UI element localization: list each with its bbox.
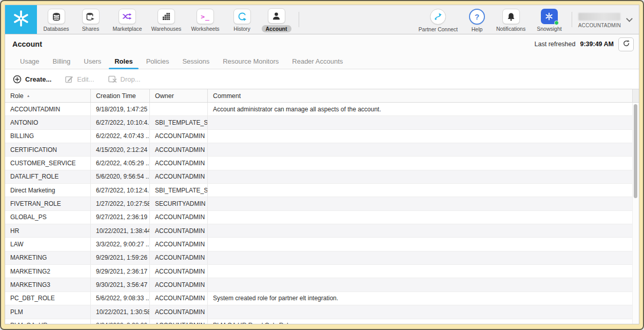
role-cell: PC_DBT_ROLE (5, 292, 91, 305)
owner-cell: ACCOUNTADMIN (150, 278, 208, 291)
creation-time-cell: 2/24/2022, 3:38:20... (91, 319, 150, 324)
tab-usage[interactable]: Usage (13, 54, 46, 69)
table-row-plm-qa-hr[interactable]: PLM_QA_HR2/24/2022, 3:38:20...ACCOUNTADM… (5, 319, 639, 324)
nav-item-marketplace[interactable]: Marketplace (108, 7, 147, 32)
table-row-datalift-role[interactable]: DATALIFT_ROLE5/6/2020, 9:56:54 ...ACCOUN… (5, 170, 639, 184)
comment-cell (208, 251, 639, 264)
tab-users[interactable]: Users (77, 54, 108, 69)
role-cell: MARKETING (5, 251, 91, 264)
creation-time-cell: 6/27/2022, 10:12:4... (91, 184, 150, 197)
table-row-antonio[interactable]: ANTONIO6/27/2022, 10:10:4...SBI_TEMPLATE… (5, 116, 639, 129)
table-row-fivetran-role[interactable]: FIVETRAN_ROLE1/27/2022, 10:27:58...SECUR… (5, 197, 639, 210)
create-icon (13, 75, 22, 84)
column-header-role[interactable]: Role▲ (5, 89, 91, 102)
table-row-billing[interactable]: BILLING6/2/2022, 4:07:43 ...ACCOUNTADMIN (5, 130, 639, 143)
column-header-label: Owner (155, 92, 174, 100)
table-row-hr[interactable]: HR10/22/2021, 1:38:44...ACCOUNTADMIN (5, 224, 639, 238)
nav-item-label: Worksheets (191, 26, 219, 32)
tab-roles[interactable]: Roles (108, 54, 139, 69)
column-header-owner[interactable]: Owner (150, 89, 208, 102)
nav-item-warehouses[interactable]: Warehouses (147, 7, 186, 32)
nav-item-account[interactable]: Account (259, 7, 294, 32)
role-cell: HR (5, 224, 91, 237)
table-row-marketing[interactable]: MARKETING9/29/2021, 1:59:26 ...ACCOUNTAD… (5, 251, 639, 265)
table-row-customer-service[interactable]: CUSTOMER_SERVICE6/2/2022, 4:05:29 ...ACC… (5, 157, 639, 170)
owner-cell: ACCOUNTADMIN (150, 238, 208, 250)
creation-time-cell: 6/27/2022, 10:10:4... (91, 116, 150, 129)
owner-cell: ACCOUNTADMIN (150, 224, 208, 237)
nav-item-label: History (233, 26, 250, 32)
creation-time-cell: 10/22/2021, 1:38:44... (91, 224, 150, 237)
role-cell: LAW (5, 238, 91, 250)
table-body: ACCOUNTADMIN9/18/2019, 1:47:25 ...Accoun… (5, 103, 639, 324)
table-row-certification[interactable]: CERTIFICATION4/15/2020, 2:12:24 ...ACCOU… (5, 143, 639, 157)
comment-cell (208, 116, 639, 129)
tab-billing[interactable]: Billing (46, 54, 77, 69)
chevron-down-icon[interactable] (626, 15, 633, 22)
tab-policies[interactable]: Policies (140, 54, 176, 69)
nav-item-label: Account (262, 25, 291, 32)
nav-item-notifications[interactable]: Notifications (491, 7, 531, 32)
nav-item-worksheets[interactable]: >_Worksheets (186, 7, 225, 32)
nav-divider (299, 12, 299, 27)
creation-time-cell: 9/27/2021, 2:36:19 ... (91, 211, 150, 224)
role-cell: ACCOUNTADMIN (5, 103, 91, 115)
user-menu[interactable]: ACCOUNTADMIN (578, 11, 621, 28)
creation-time-cell: 6/2/2022, 4:07:43 ... (91, 130, 150, 143)
marketplace-icon (119, 9, 136, 24)
column-header-creation-time[interactable]: Creation Time (91, 89, 150, 102)
column-header-comment[interactable]: Comment (208, 89, 632, 102)
table-row-direct-marketing[interactable]: Direct Marketing6/27/2022, 10:12:4...SBI… (5, 184, 639, 197)
last-refreshed-time: 9:39:49 AM (580, 41, 614, 48)
help-icon: ? (469, 9, 485, 25)
table-row-marketing2[interactable]: MARKETING29/29/2021, 2:36:17 ...ACCOUNTA… (5, 265, 639, 278)
tab-sessions[interactable]: Sessions (175, 54, 216, 69)
creation-time-cell: 9/30/2021, 3:56:47 ... (91, 278, 150, 291)
table-row-marketing3[interactable]: MARKETING39/30/2021, 3:56:47 ...ACCOUNTA… (5, 278, 639, 292)
page-title: Account (12, 40, 42, 48)
nav-item-history[interactable]: History (225, 7, 259, 32)
edit-button: Edit... (65, 75, 94, 83)
comment-cell (208, 130, 639, 143)
nav-item-snowsight[interactable]: Snowsight (531, 7, 567, 32)
table-row-plm[interactable]: PLM10/22/2021, 1:30:58...ACCOUNTADMIN (5, 305, 639, 319)
scrollbar-header-corner (632, 89, 639, 102)
creation-time-cell: 5/6/2022, 9:08:33 ... (91, 292, 150, 305)
table-header-row: Role▲Creation TimeOwnerComment (5, 89, 639, 103)
role-cell: MARKETING3 (5, 278, 91, 291)
table-row-accountadmin[interactable]: ACCOUNTADMIN9/18/2019, 1:47:25 ...Accoun… (5, 103, 639, 116)
nav-item-label: Marketplace (112, 26, 142, 32)
tab-reader-accounts[interactable]: Reader Accounts (285, 54, 349, 69)
refresh-button[interactable] (618, 37, 634, 51)
nav-item-databases[interactable]: Databases (39, 7, 73, 32)
snowsight-icon (541, 9, 558, 24)
user-section-divider (572, 12, 572, 27)
tab-resource-monitors[interactable]: Resource Monitors (216, 54, 285, 69)
create-button[interactable]: Create... (13, 75, 51, 84)
owner-cell: ACCOUNTADMIN (150, 319, 208, 324)
refresh-icon (622, 40, 630, 49)
owner-cell: ACCOUNTADMIN (150, 265, 208, 278)
notifications-icon (502, 9, 520, 24)
nav-item-label: Notifications (496, 26, 525, 32)
nav-item-label: Help (472, 26, 483, 32)
owner-cell: ACCOUNTADMIN (150, 292, 208, 305)
table-row-pc-dbt-role[interactable]: PC_DBT_ROLE5/6/2022, 9:08:33 ...ACCOUNTA… (5, 292, 639, 305)
top-navigation-bar: DatabasesSharesMarketplaceWarehouses>_Wo… (5, 5, 639, 34)
snowflake-logo[interactable] (5, 5, 37, 34)
nav-item-help[interactable]: ?Help (463, 7, 491, 32)
nav-item-partner-connect[interactable]: Partner Connect (413, 7, 463, 32)
comment-cell (208, 224, 639, 237)
table-row-law[interactable]: LAW3/3/2022, 9:00:27 ...ACCOUNTADMIN (5, 238, 639, 251)
toolbar-button-label: Drop... (121, 75, 141, 83)
table-row-global-ps[interactable]: GLOBAL_PS9/27/2021, 2:36:19 ...ACCOUNTAD… (5, 211, 639, 224)
creation-time-cell: 9/18/2019, 1:47:25 ... (91, 103, 150, 115)
history-icon (233, 9, 251, 24)
vertical-scrollbar-thumb[interactable] (634, 104, 637, 198)
worksheets-icon: >_ (197, 9, 214, 24)
nav-item-shares[interactable]: Shares (73, 7, 108, 32)
vertical-scrollbar-track[interactable] (632, 103, 639, 324)
last-refreshed-label: Last refreshed (535, 41, 576, 48)
creation-time-cell: 9/29/2021, 1:59:26 ... (91, 251, 150, 264)
creation-time-cell: 9/29/2021, 2:36:17 ... (91, 265, 150, 278)
